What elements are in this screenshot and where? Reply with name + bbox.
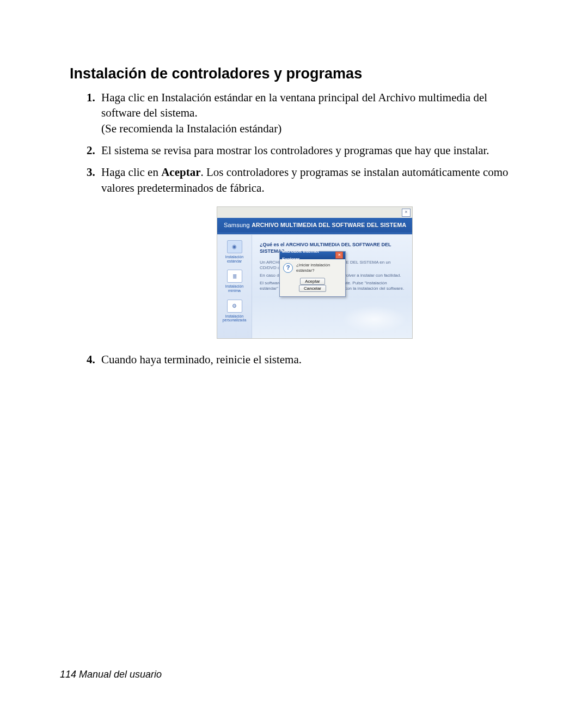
- confirm-dialog: Microsoft Internet Explorer × ? ¿Iniciar…: [279, 251, 346, 297]
- dialog-buttons: Aceptar Cancelar: [280, 276, 345, 296]
- sidebar-item-minimal[interactable]: ≣ Instalación mínima: [219, 270, 249, 292]
- slider-icon: ⚙: [227, 300, 242, 313]
- dialog-titlebar: Microsoft Internet Explorer ×: [280, 252, 345, 259]
- step-2-text: El sistema se revisa para mostrar los co…: [101, 144, 489, 157]
- sidebar-label-standard: Instalación estándar: [219, 255, 249, 263]
- step-2: El sistema se revisa para mostrar los co…: [98, 143, 528, 158]
- brand-label: Samsung: [224, 222, 250, 228]
- page-footer: 114 Manual del usuario: [60, 669, 162, 680]
- main-panel: ¿Qué es el ARCHIVO MULTIMEDIA DEL SOFTWA…: [252, 235, 412, 338]
- step-1-line-b: (Se recomienda la Instalación estándar): [101, 122, 281, 135]
- installer-window: × Samsung ARCHIVO MULTIMEDIA DEL SOFTWAR…: [217, 206, 413, 339]
- disc-icon: ◉: [227, 240, 242, 253]
- step-3-prefix: Haga clic en: [101, 166, 161, 179]
- window-titlebar: [217, 207, 412, 218]
- dialog-ok-button[interactable]: Aceptar: [300, 278, 325, 285]
- app-title: ARCHIVO MULTIMEDIA DEL SOFTWARE DEL SIST…: [252, 222, 406, 228]
- list-icon: ≣: [227, 270, 242, 283]
- dialog-close-button[interactable]: ×: [335, 252, 343, 259]
- step-1: Haga clic en Instalación estándar en la …: [98, 90, 528, 136]
- window-close-button[interactable]: ×: [402, 209, 411, 217]
- step-4: Cuando haya terminado, reinicie el siste…: [98, 352, 528, 367]
- dialog-message: ¿Iniciar instalación estándar?: [296, 263, 342, 273]
- dialog-title: Microsoft Internet Explorer: [282, 248, 335, 263]
- step-list: Haga clic en Instalación estándar en la …: [60, 90, 528, 367]
- app-header: Samsung ARCHIVO MULTIMEDIA DEL SOFTWARE …: [217, 218, 412, 233]
- step-3-bold: Aceptar: [161, 166, 200, 179]
- screenshot-figure: × Samsung ARCHIVO MULTIMEDIA DEL SOFTWAR…: [217, 206, 413, 339]
- sidebar-label-minimal: Instalación mínima: [219, 284, 249, 292]
- step-4-text: Cuando haya terminado, reinicie el siste…: [101, 353, 302, 366]
- sidebar-item-custom[interactable]: ⚙ Instalación personalizada: [219, 300, 249, 322]
- app-body: ◉ Instalación estándar ≣ Instalación mín…: [217, 234, 412, 338]
- background-decoration: [341, 306, 407, 333]
- step-3: Haga clic en Aceptar. Los controladores …: [98, 164, 528, 339]
- sidebar-label-custom: Instalación personalizada: [219, 314, 249, 322]
- sidebar: ◉ Instalación estándar ≣ Instalación mín…: [217, 235, 252, 338]
- step-1-line-a: Haga clic en Instalación estándar en la …: [101, 91, 487, 119]
- question-icon: ?: [283, 263, 293, 273]
- section-heading: Instalación de controladores y programas: [70, 65, 528, 82]
- dialog-cancel-button[interactable]: Cancelar: [299, 285, 326, 292]
- sidebar-item-standard[interactable]: ◉ Instalación estándar: [219, 240, 249, 263]
- page: Instalación de controladores y programas…: [0, 0, 588, 713]
